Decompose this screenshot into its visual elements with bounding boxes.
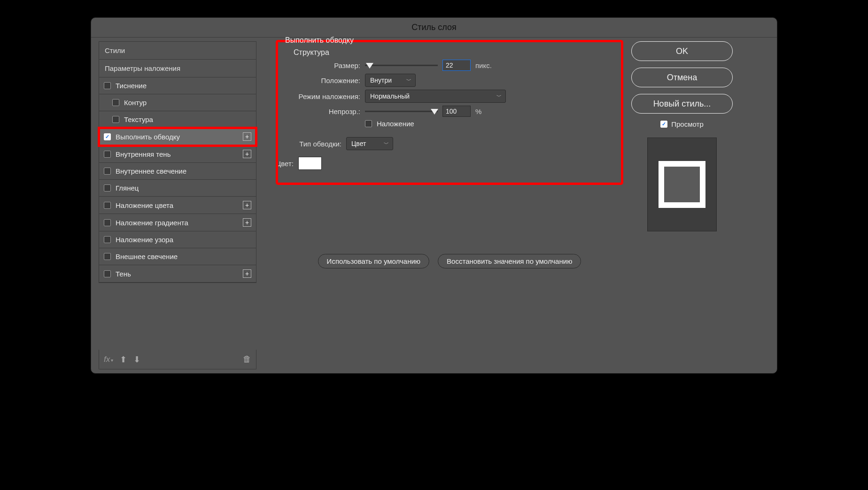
sidebar-item-label: Внутреннее свечение xyxy=(116,167,186,175)
checkbox-icon[interactable] xyxy=(112,99,119,106)
color-swatch[interactable] xyxy=(298,157,322,170)
checkbox-icon[interactable] xyxy=(104,133,111,140)
size-slider[interactable] xyxy=(365,62,438,69)
opacity-label: Непрозр.: xyxy=(285,107,360,115)
size-input[interactable]: 22 xyxy=(442,60,471,71)
sidebar-item-texture[interactable]: Текстура xyxy=(99,111,256,128)
ok-button[interactable]: OK xyxy=(631,41,733,61)
checkbox-icon[interactable] xyxy=(660,121,667,128)
opacity-input[interactable]: 100 xyxy=(442,106,471,117)
checkbox-icon[interactable] xyxy=(104,219,111,226)
size-unit: пикс. xyxy=(475,61,492,69)
checkbox-icon[interactable] xyxy=(104,151,111,158)
sidebar-item-gradient-overlay[interactable]: Наложение градиента + xyxy=(99,214,256,231)
checkbox-icon[interactable] xyxy=(104,253,111,260)
styles-sidebar: Стили Параметры наложения Тиснение Конту… xyxy=(99,41,256,369)
move-up-icon[interactable]: ⬆ xyxy=(120,354,127,365)
style-preview xyxy=(647,138,717,231)
opacity-slider[interactable] xyxy=(365,108,438,115)
fill-type-label: Тип обводки: xyxy=(266,140,341,148)
chevron-down-icon: ﹀ xyxy=(496,93,502,100)
preview-toggle[interactable]: Просмотр xyxy=(631,120,733,128)
move-down-icon[interactable]: ⬇ xyxy=(133,354,140,365)
fill-type-select[interactable]: Цвет﹀ xyxy=(346,137,393,150)
checkbox-icon[interactable] xyxy=(104,270,111,277)
sidebar-item-label: Внешнее свечение xyxy=(116,253,178,260)
make-default-button[interactable]: Использовать по умолчанию xyxy=(318,254,429,268)
checkbox-icon[interactable] xyxy=(104,236,111,243)
blend-mode-select[interactable]: Нормальный﹀ xyxy=(365,90,506,103)
sidebar-item-label: Глянец xyxy=(116,184,139,192)
stroke-fieldset: Выполнить обводку Структура Размер: 22 п… xyxy=(277,41,622,184)
chevron-down-icon: ﹀ xyxy=(384,140,389,147)
sidebar-item-label: Внутренняя тень xyxy=(116,150,170,158)
sidebar-item-pattern-overlay[interactable]: Наложение узора xyxy=(99,231,256,248)
default-buttons-row: Использовать по умолчанию Восстановить з… xyxy=(277,254,622,268)
cancel-button[interactable]: Отмена xyxy=(631,68,733,87)
sidebar-item-label: Выполнить обводку xyxy=(116,133,180,141)
position-label: Положение: xyxy=(285,77,360,84)
sidebar-item-stroke[interactable]: Выполнить обводку + xyxy=(99,128,256,145)
sidebar-item-color-overlay[interactable]: Наложение цвета + xyxy=(99,197,256,214)
checkbox-icon[interactable] xyxy=(104,82,111,89)
add-effect-icon[interactable]: + xyxy=(243,218,251,227)
fx-menu-icon[interactable]: fx▾ xyxy=(104,355,113,364)
settings-panel: Выполнить обводку Структура Размер: 22 п… xyxy=(277,41,622,369)
dialog-body: Стили Параметры наложения Тиснение Конту… xyxy=(91,38,777,373)
sidebar-item-label: Текстура xyxy=(124,115,153,123)
window-title: Стиль слоя xyxy=(91,18,777,38)
trash-icon[interactable]: 🗑 xyxy=(243,354,251,364)
size-label: Размер: xyxy=(285,61,360,69)
checkbox-icon[interactable] xyxy=(104,184,111,191)
sidebar-item-label: Наложение узора xyxy=(116,236,173,244)
add-effect-icon[interactable]: + xyxy=(243,201,251,209)
sidebar-toolbar: fx▾ ⬆ ⬇ 🗑 xyxy=(99,350,256,369)
preview-label: Просмотр xyxy=(671,120,704,128)
new-style-button[interactable]: Новый стиль... xyxy=(631,94,733,114)
sidebar-item-label: Контур xyxy=(124,99,147,107)
blend-mode-label: Режим наложения: xyxy=(285,92,360,100)
opacity-unit: % xyxy=(475,107,481,115)
sidebar-item-label: Наложение цвета xyxy=(116,201,173,209)
sidebar-item-contour[interactable]: Контур xyxy=(99,94,256,111)
sidebar-item-outer-glow[interactable]: Внешнее свечение xyxy=(99,248,256,265)
chevron-down-icon: ﹀ xyxy=(406,77,411,84)
checkbox-icon[interactable] xyxy=(104,202,111,209)
position-select[interactable]: Внутри﹀ xyxy=(365,74,416,87)
add-effect-icon[interactable]: + xyxy=(243,269,251,278)
styles-header[interactable]: Стили xyxy=(99,42,256,60)
add-effect-icon[interactable]: + xyxy=(243,132,251,141)
checkbox-icon[interactable] xyxy=(104,168,111,175)
sidebar-item-bevel[interactable]: Тиснение xyxy=(99,77,256,94)
structure-heading: Структура xyxy=(294,48,614,57)
sidebar-item-drop-shadow[interactable]: Тень + xyxy=(99,265,256,283)
layer-style-dialog: Стиль слоя Стили Параметры наложения Тис… xyxy=(91,17,777,374)
overprint-label: Наложение xyxy=(377,120,414,128)
sidebar-item-label: Тень xyxy=(116,270,131,278)
fieldset-legend: Выполнить обводку xyxy=(282,36,356,45)
sidebar-item-label: Тиснение xyxy=(116,82,147,90)
overprint-checkbox[interactable] xyxy=(365,120,372,127)
sidebar-item-satin[interactable]: Глянец xyxy=(99,180,256,197)
preview-swatch xyxy=(659,161,705,208)
reset-default-button[interactable]: Восстановить значения по умолчанию xyxy=(438,254,581,268)
checkbox-icon[interactable] xyxy=(112,116,119,123)
blending-options-header[interactable]: Параметры наложения xyxy=(99,60,256,77)
sidebar-item-label: Наложение градиента xyxy=(116,219,188,227)
main-area: Выполнить обводку Структура Размер: 22 п… xyxy=(277,41,773,369)
dialog-buttons: OK Отмена Новый стиль... Просмотр xyxy=(631,41,733,369)
color-label: Цвет: xyxy=(218,160,294,168)
